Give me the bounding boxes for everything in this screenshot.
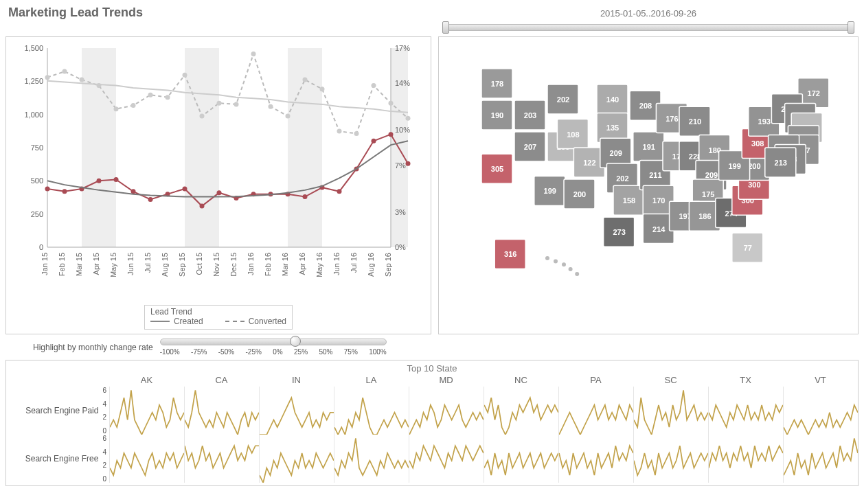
sparkline-Search-Engine-Paid-IN[interactable] [259,387,334,435]
spark-row-label: Search Engine Paid [25,406,102,415]
sparklines-panel: Top 10 State AKCAINLAMDNCPASCTXVTSearch … [5,360,859,486]
sparkline-Search-Engine-Free-VT[interactable] [783,435,858,483]
svg-text:Mar 15: Mar 15 [75,253,83,276]
svg-point-44 [97,179,102,183]
svg-text:207: 207 [524,143,536,151]
svg-text:3%: 3% [395,208,406,216]
timeline-handle-start[interactable] [442,21,449,34]
sparkline-Search-Engine-Free-MD[interactable] [409,435,484,483]
svg-text:Aug 15: Aug 15 [161,253,169,277]
timeline-slider[interactable] [438,21,859,34]
svg-text:305: 305 [491,165,503,173]
sparkline-Search-Engine-Paid-CA[interactable] [184,387,259,435]
svg-point-71 [183,73,187,78]
svg-text:Oct 15: Oct 15 [195,253,203,275]
spark-col-LA: LA [334,374,409,387]
svg-text:Feb 16: Feb 16 [264,253,272,276]
highlight-slider-handle[interactable] [290,336,301,347]
svg-text:300: 300 [748,181,760,189]
sparkline-Search-Engine-Free-SC[interactable] [633,435,708,483]
svg-point-41 [45,186,50,191]
svg-text:500: 500 [31,176,43,185]
sparkline-Search-Engine-Free-CA[interactable] [184,435,259,483]
svg-text:Jan 16: Jan 16 [247,253,255,275]
sparkline-Search-Engine-Free-AK[interactable] [109,435,184,483]
svg-text:Jul 16: Jul 16 [350,253,358,273]
svg-point-187 [575,272,579,276]
svg-point-186 [569,267,573,271]
spark-col-TX: TX [708,374,783,387]
svg-text:108: 108 [567,130,579,139]
svg-text:175: 175 [702,190,714,198]
sparkline-Search-Engine-Free-LA[interactable] [334,435,409,483]
highlight-slider-label: Highlight by monthly change rate [33,343,153,352]
svg-point-56 [303,194,308,199]
spark-col-PA: PA [558,374,633,387]
sparkline-Search-Engine-Paid-PA[interactable] [558,387,633,435]
sparkline-Search-Engine-Paid-NC[interactable] [484,387,558,435]
us-map[interactable]: 1781903052072031061992021081222001401352… [446,41,851,330]
spark-col-NC: NC [484,374,558,387]
svg-text:14%: 14% [395,79,410,87]
svg-text:209: 209 [610,149,622,157]
svg-text:Apr 16: Apr 16 [298,253,306,275]
timeline-handle-end[interactable] [848,21,854,34]
sparkline-Search-Engine-Paid-SC[interactable] [633,387,708,435]
legend-converted: Converted [249,317,286,326]
svg-text:186: 186 [698,212,711,220]
svg-text:191: 191 [643,143,655,151]
sparkline-Search-Engine-Paid-VT[interactable] [783,387,858,435]
svg-text:Jun 16: Jun 16 [332,253,341,275]
svg-text:214: 214 [652,225,666,233]
svg-point-82 [372,83,376,88]
svg-point-49 [183,186,187,191]
svg-rect-1 [185,48,219,247]
spark-col-CA: CA [184,374,259,387]
svg-text:208: 208 [639,102,652,110]
svg-point-69 [148,93,153,98]
svg-text:Aug 16: Aug 16 [367,253,375,277]
svg-text:Jul 15: Jul 15 [144,253,152,273]
svg-point-60 [372,139,376,144]
svg-text:Jan 15: Jan 15 [41,253,49,275]
svg-text:158: 158 [623,196,635,205]
svg-point-51 [217,190,222,195]
sparkline-Search-Engine-Free-TX[interactable] [708,435,783,483]
sparkline-Search-Engine-Paid-LA[interactable] [334,387,409,435]
svg-point-184 [554,260,558,264]
svg-text:Sep 16: Sep 16 [384,253,392,277]
svg-point-81 [354,131,359,136]
svg-text:May 15: May 15 [109,253,117,277]
sparkline-Search-Engine-Free-IN[interactable] [259,435,334,483]
svg-point-42 [62,189,67,194]
svg-text:1,500: 1,500 [24,44,43,52]
svg-text:170: 170 [652,196,665,205]
sparkline-Search-Engine-Free-PA[interactable] [558,435,633,483]
svg-text:Nov 15: Nov 15 [212,253,220,277]
sparkline-Search-Engine-Paid-AK[interactable] [109,387,184,435]
svg-text:May 16: May 16 [315,253,323,277]
svg-text:Mar 16: Mar 16 [281,253,289,276]
svg-text:273: 273 [613,228,625,236]
svg-text:0%: 0% [395,243,406,251]
svg-point-62 [406,161,411,166]
svg-text:213: 213 [775,159,787,167]
sparkline-Search-Engine-Free-NC[interactable] [484,435,558,483]
svg-text:135: 135 [606,124,619,132]
svg-point-68 [131,103,136,108]
sparkline-Search-Engine-Paid-MD[interactable] [409,387,484,435]
svg-text:Dec 15: Dec 15 [229,253,238,277]
sparkline-Search-Engine-Paid-TX[interactable] [708,387,783,435]
svg-point-76 [269,104,273,109]
svg-text:Feb 15: Feb 15 [58,253,66,276]
svg-text:1,250: 1,250 [24,77,43,85]
svg-text:200: 200 [573,190,586,198]
svg-text:750: 750 [31,144,43,152]
legend-created: Created [174,317,203,326]
svg-point-75 [251,51,256,56]
lead-trend-chart[interactable]: 02505007501,0001,2501,5000%3%7%10%14%17%… [13,41,424,302]
svg-point-185 [562,262,566,266]
svg-text:140: 140 [606,95,619,104]
highlight-slider[interactable] [160,339,387,345]
svg-text:203: 203 [524,111,536,119]
